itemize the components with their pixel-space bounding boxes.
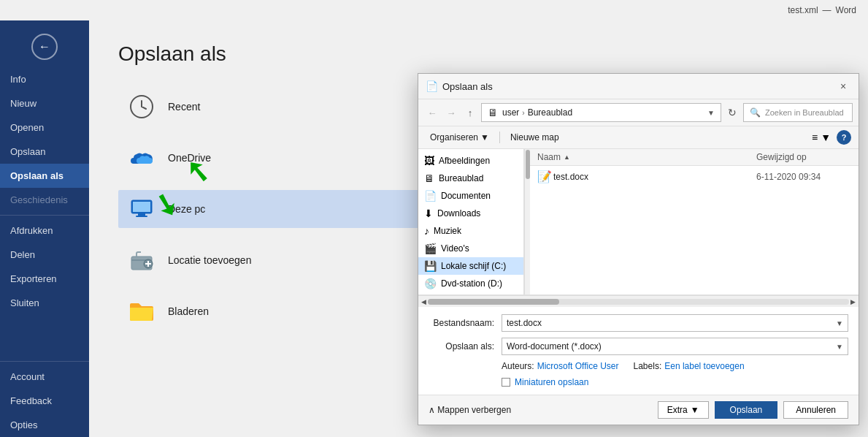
tree-item-downloads[interactable]: ⬇ Downloads — [418, 205, 523, 222]
dialog-word-icon: 📄 — [426, 80, 438, 92]
bureaublad-icon: 🖥 — [424, 172, 434, 184]
new-folder-button[interactable]: Nieuwe map — [506, 130, 564, 145]
organize-button[interactable]: Organiseren ▼ — [426, 130, 493, 145]
file-list-header: Naam ▲ Gewijzigd op — [530, 149, 859, 166]
filename-dropdown-arrow: ▼ — [836, 319, 843, 327]
sidebar-item-geschiedenis: Geschiedenis — [0, 188, 89, 212]
tree-item-afbeeldingen[interactable]: 🖼 Afbeeldingen — [418, 152, 523, 170]
author-section: Auteurs: Microsoft Office User — [502, 361, 619, 371]
refresh-button[interactable]: ↻ — [724, 104, 740, 121]
help-button[interactable]: ? — [837, 130, 851, 145]
sidebar-item-exporteren[interactable]: Exporteren — [0, 267, 89, 291]
lokale-schijf-icon: 💾 — [424, 260, 437, 272]
documenten-icon: 📄 — [424, 190, 437, 202]
filename-value: test.docx — [507, 318, 542, 328]
videos-icon: 🎬 — [424, 243, 437, 254]
address-icon: 🖥 — [488, 107, 498, 118]
top-bar-filename: test.xml — [788, 5, 818, 15]
deze-pc-label: Deze pc — [168, 203, 205, 215]
back-button[interactable]: ← — [31, 34, 58, 60]
filetype-label: Opslaan als: — [429, 341, 494, 352]
tree-item-bureaublad[interactable]: 🖥 Bureaublad — [418, 170, 523, 187]
organize-arrow: ▼ — [480, 132, 489, 142]
checkbox-label: Miniaturen opslaan — [515, 377, 588, 387]
tree-item-dvd-station[interactable]: 💿 Dvd-station (D:) — [418, 275, 523, 292]
filename-input[interactable]: test.docx ▼ — [502, 314, 848, 332]
tree-item-lokale-schijf[interactable]: 💾 Lokale schijf (C:) — [418, 257, 523, 275]
dialog-footer: ∧ Mappen verbergen Extra ▼ Opslaan Annul… — [418, 395, 859, 425]
sidebar-item-sluiten[interactable]: Sluiten — [0, 291, 89, 315]
sidebar-item-openen[interactable]: Openen — [0, 115, 89, 140]
back-button-area[interactable]: ← — [0, 20, 89, 67]
miniaturen-checkbox[interactable] — [502, 378, 510, 387]
col-name[interactable]: Naam ▲ — [537, 152, 756, 162]
tree-item-videos[interactable]: 🎬 Video's — [418, 240, 523, 257]
bladeren-label: Bladeren — [168, 305, 209, 317]
h-scroll-left[interactable]: ◀ — [420, 298, 428, 305]
sidebar-item-delen[interactable]: Delen — [0, 243, 89, 267]
file-row-test-docx[interactable]: 📝 test.docx 6-11-2020 09:34 — [530, 166, 859, 187]
search-icon: 🔍 — [750, 107, 761, 118]
col-date[interactable]: Gewijzigd op — [756, 152, 851, 162]
dialog-body: 🖼 Afbeeldingen 🖥 Bureaublad 📄 Documenten… — [418, 149, 859, 295]
filetype-dropdown-arrow: ▼ — [836, 343, 843, 351]
tree-item-documenten[interactable]: 📄 Documenten — [418, 187, 523, 205]
file-icon-docx: 📝 — [537, 170, 553, 183]
dvd-station-icon: 💿 — [424, 278, 437, 289]
main-content: Opslaan als Recent OneDrive — [89, 20, 868, 437]
sidebar-item-opslaan[interactable]: Opslaan — [0, 140, 89, 164]
sidebar-item-opties[interactable]: Opties — [0, 413, 89, 437]
folders-toggle[interactable]: ∧ Mappen verbergen — [429, 405, 511, 415]
locatie-icon — [127, 246, 156, 275]
h-scroll-right[interactable]: ▶ — [849, 298, 857, 305]
search-bar[interactable]: 🔍 Zoeken in Bureaublad — [743, 103, 853, 122]
dialog-title: Opslaan als — [442, 81, 493, 92]
bladeren-icon — [127, 297, 156, 326]
sidebar-item-feedback[interactable]: Feedback — [0, 389, 89, 413]
labels-value[interactable]: Een label toevoegen — [664, 361, 744, 371]
toolbar-separator — [499, 132, 500, 143]
checkbox-row[interactable]: Miniaturen opslaan — [429, 377, 848, 387]
sidebar-item-afdrukken[interactable]: Afdrukken — [0, 218, 89, 243]
sidebar-item-info[interactable]: Info — [0, 67, 89, 91]
downloads-icon: ⬇ — [424, 208, 433, 219]
filename-label: Bestandsnaam: — [429, 318, 494, 328]
dialog-form: Bestandsnaam: test.docx ▼ Opslaan als: W… — [418, 307, 859, 395]
nav-up-button[interactable]: ↑ — [462, 104, 478, 121]
author-label: Auteurs: — [502, 361, 534, 371]
top-bar: test.xml — Word — [0, 0, 868, 20]
address-bar[interactable]: 🖥 user › Bureaublad ▼ — [481, 103, 721, 122]
sidebar: ← Info Nieuw Openen Opslaan Opslaan als … — [0, 20, 89, 437]
extra-button[interactable]: Extra ▼ — [658, 401, 709, 419]
author-value[interactable]: Microsoft Office User — [537, 361, 619, 371]
top-bar-separator: — — [823, 5, 831, 15]
filetype-row: Opslaan als: Word-document (*.docx) ▼ — [429, 338, 848, 355]
address-path: user › Bureaublad — [502, 107, 572, 118]
search-placeholder: Zoeken in Bureaublad — [765, 108, 844, 117]
muziek-icon: ♪ — [424, 225, 429, 237]
footer-buttons: Extra ▼ Opslaan Annuleren — [658, 401, 848, 419]
cancel-button[interactable]: Annuleren — [783, 401, 848, 419]
file-list: Naam ▲ Gewijzigd op 📝 test.docx 6-11-202… — [530, 149, 859, 294]
extra-arrow: ▼ — [691, 405, 699, 415]
svg-rect-4 — [136, 216, 147, 217]
dialog-close-button[interactable]: × — [835, 78, 851, 94]
h-scroll-track — [428, 299, 849, 305]
tree-item-muziek[interactable]: ♪ Muziek — [418, 222, 523, 240]
nav-forward-button[interactable]: → — [443, 104, 459, 121]
h-scrollbar[interactable]: ◀ ▶ — [418, 295, 859, 307]
sidebar-item-nieuw[interactable]: Nieuw — [0, 91, 89, 115]
address-dropdown-arrow[interactable]: ▼ — [707, 109, 715, 117]
locatie-label: Locatie toevoegen — [168, 254, 251, 266]
sidebar-item-opslaan-als[interactable]: Opslaan als — [0, 164, 89, 188]
save-button[interactable]: Opslaan — [715, 401, 778, 419]
sidebar-item-account[interactable]: Account — [0, 365, 89, 389]
tree-scrollbar[interactable] — [524, 149, 530, 294]
file-name: test.docx — [553, 172, 756, 182]
filetype-input[interactable]: Word-document (*.docx) ▼ — [502, 338, 848, 355]
nav-back-button[interactable]: ← — [424, 104, 440, 121]
labels-section: Labels: Een label toevoegen — [634, 361, 745, 371]
dialog-navbar: ← → ↑ 🖥 user › Bureaublad ▼ ↻ 🔍 Zoeken i… — [418, 99, 859, 126]
view-button[interactable]: ≡ ▼ — [809, 130, 834, 145]
folder-tree: 🖼 Afbeeldingen 🖥 Bureaublad 📄 Documenten… — [418, 149, 524, 294]
